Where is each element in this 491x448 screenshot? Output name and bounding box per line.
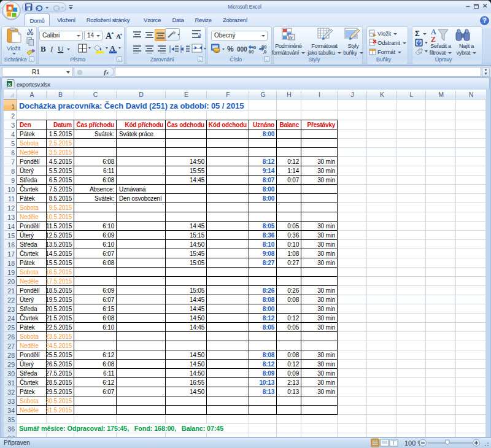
svg-text:8:10: 8:10 xyxy=(263,241,275,248)
svg-text:15:05: 15:05 xyxy=(190,287,205,294)
svg-text:3: 3 xyxy=(11,122,15,129)
svg-text:A: A xyxy=(106,31,112,41)
svg-text:9:08: 9:08 xyxy=(263,250,275,257)
svg-text:23.5.2015: 23.5.2015 xyxy=(45,333,72,340)
svg-text:15:05: 15:05 xyxy=(190,260,205,266)
svg-text:29: 29 xyxy=(7,361,15,368)
svg-text:Sobota: Sobota xyxy=(20,269,39,276)
svg-text:14:45: 14:45 xyxy=(190,223,205,230)
svg-text:10:13: 10:13 xyxy=(259,379,274,386)
svg-text:21.5.2015: 21.5.2015 xyxy=(45,315,72,322)
svg-text:14:50: 14:50 xyxy=(190,370,205,377)
svg-text:Čtvrtek: Čtvrtek xyxy=(20,185,39,193)
svg-text:30.5.2015: 30.5.2015 xyxy=(45,398,72,404)
svg-text:0:08: 0:08 xyxy=(287,352,299,358)
svg-text:Pondělí: Pondělí xyxy=(20,158,40,165)
svg-text:J: J xyxy=(350,91,354,98)
svg-text:30 min: 30 min xyxy=(317,315,335,322)
svg-text:8:05: 8:05 xyxy=(263,324,275,331)
svg-text:17: 17 xyxy=(7,250,15,258)
svg-text:6:07: 6:07 xyxy=(102,250,114,257)
svg-text:0:27: 0:27 xyxy=(287,260,299,266)
svg-text:27: 27 xyxy=(7,342,15,350)
svg-text:1:14: 1:14 xyxy=(287,168,299,174)
svg-text:6:10: 6:10 xyxy=(102,324,114,331)
svg-text:U: U xyxy=(58,44,64,53)
svg-text:17.5.2015: 17.5.2015 xyxy=(45,278,72,285)
svg-text:30 min: 30 min xyxy=(317,177,335,183)
svg-text:Pátek: Pátek xyxy=(20,195,36,202)
svg-text:14:50: 14:50 xyxy=(190,241,205,248)
svg-text:Neděle: Neděle xyxy=(20,149,39,156)
svg-text:31.5.2015: 31.5.2015 xyxy=(45,407,72,414)
svg-text:C: C xyxy=(93,91,98,98)
svg-text:Sobota: Sobota xyxy=(20,398,39,404)
svg-text:6:15: 6:15 xyxy=(102,306,114,312)
svg-text:14.5.2015: 14.5.2015 xyxy=(45,250,72,257)
svg-text:30 min: 30 min xyxy=(317,287,335,294)
svg-text:8:00: 8:00 xyxy=(263,186,275,193)
svg-text:Středa: Středa xyxy=(20,370,37,377)
svg-text:Pátek: Pátek xyxy=(20,324,36,331)
svg-text:I: I xyxy=(50,44,53,53)
svg-text:24: 24 xyxy=(7,315,15,322)
svg-text:Pátek: Pátek xyxy=(20,260,36,266)
svg-text:15.5.2015: 15.5.2015 xyxy=(45,260,72,266)
svg-text:0:05: 0:05 xyxy=(287,324,299,331)
svg-text:N: N xyxy=(469,91,474,98)
svg-text:30 min: 30 min xyxy=(317,324,335,331)
svg-text:6:10: 6:10 xyxy=(102,223,114,230)
svg-text:6:12: 6:12 xyxy=(102,379,114,386)
svg-text:20: 20 xyxy=(7,278,15,285)
svg-text:Balanc: Balanc xyxy=(279,122,299,128)
svg-text:8:05: 8:05 xyxy=(263,223,275,230)
svg-text:6:08: 6:08 xyxy=(102,315,114,322)
svg-text:34: 34 xyxy=(7,407,15,414)
svg-text:Den: Den xyxy=(20,122,31,128)
svg-text:10: 10 xyxy=(7,186,15,193)
svg-text:16.5.2015: 16.5.2015 xyxy=(45,269,72,276)
svg-text:0:05: 0:05 xyxy=(287,223,299,230)
svg-text:2:13: 2:13 xyxy=(287,379,299,386)
svg-text:6:11: 6:11 xyxy=(103,370,115,377)
svg-text:8:12: 8:12 xyxy=(263,361,275,368)
svg-text:Z: Z xyxy=(431,35,436,43)
svg-text:8:00: 8:00 xyxy=(263,306,275,312)
svg-text:Čas odchodu: Čas odchodu xyxy=(167,121,204,128)
svg-text:D: D xyxy=(139,91,144,98)
svg-text:8.5.2015: 8.5.2015 xyxy=(49,195,72,202)
svg-text:12: 12 xyxy=(7,204,15,212)
svg-text:15:55: 15:55 xyxy=(190,168,205,174)
svg-text:30 min: 30 min xyxy=(317,223,335,230)
svg-text:Sobota: Sobota xyxy=(20,333,39,340)
svg-text:13: 13 xyxy=(7,214,15,221)
svg-text:L: L xyxy=(410,91,414,98)
svg-text:14:45: 14:45 xyxy=(190,177,205,183)
svg-text:0:09: 0:09 xyxy=(287,370,299,377)
svg-text:B: B xyxy=(58,91,63,98)
svg-text:Čtvrtek: Čtvrtek xyxy=(20,379,39,386)
svg-text:Kód odchodu: Kód odchodu xyxy=(209,122,247,128)
svg-text:0:26: 0:26 xyxy=(287,287,299,294)
svg-text:30 min: 30 min xyxy=(317,232,335,239)
svg-text:26.5.2015: 26.5.2015 xyxy=(45,361,72,368)
svg-text:1: 1 xyxy=(11,103,15,110)
svg-text:Čtvrtek: Čtvrtek xyxy=(20,250,39,257)
svg-text:H: H xyxy=(287,91,292,98)
svg-text:6: 6 xyxy=(11,149,15,156)
svg-text:0:12: 0:12 xyxy=(287,361,299,368)
svg-text:M: M xyxy=(438,91,444,98)
svg-text:Sobota: Sobota xyxy=(20,140,39,147)
svg-text:8:26: 8:26 xyxy=(263,287,275,294)
svg-text:6:07: 6:07 xyxy=(102,296,114,303)
svg-text:6:08: 6:08 xyxy=(102,361,114,368)
svg-text:6:09: 6:09 xyxy=(102,287,114,294)
svg-text:8:00: 8:00 xyxy=(263,195,275,202)
svg-text:9: 9 xyxy=(11,177,15,184)
svg-text:Přestávky: Přestávky xyxy=(307,122,336,128)
svg-text:21: 21 xyxy=(7,287,15,295)
svg-text:22.5.2015: 22.5.2015 xyxy=(45,324,72,331)
svg-text:18: 18 xyxy=(7,260,15,267)
svg-text:Středa: Středa xyxy=(20,306,37,312)
svg-text:,0: ,0 xyxy=(263,49,266,55)
